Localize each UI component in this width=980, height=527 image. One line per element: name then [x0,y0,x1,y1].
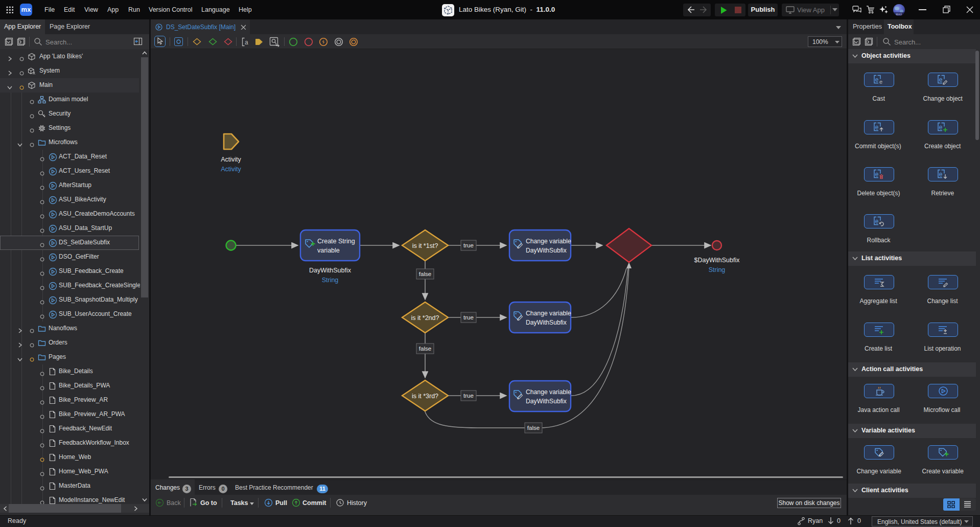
svg-text:a: a [245,39,248,46]
svg-text:Activity: Activity [221,166,241,173]
svg-text:is it *3rd?: is it *3rd? [412,393,438,400]
svg-text:e: e [875,76,879,83]
svg-text:e: e [879,79,882,85]
svg-text:String: String [322,277,339,284]
svg-text:true: true [463,314,474,320]
svg-text:Change variable: Change variable [526,388,571,396]
svg-text:e: e [875,171,879,178]
svg-text:false: false [419,346,431,352]
svg-text:Create String: Create String [317,238,355,245]
svg-text:DayWithSubfix: DayWithSubfix [526,319,567,326]
svg-text:e: e [875,124,879,131]
svg-text:String: String [709,266,726,273]
svg-text:Change variable: Change variable [526,310,571,317]
svg-text:DayWithSubfix: DayWithSubfix [526,398,567,405]
svg-text:Change variable: Change variable [526,238,571,245]
svg-text:e: e [875,218,879,225]
svg-text:$DayWithSubfix: $DayWithSubfix [694,257,740,264]
svg-text:DayWithSubfix: DayWithSubfix [526,247,567,254]
svg-text:Activity: Activity [221,156,241,163]
svg-text:e: e [939,124,943,131]
svg-text:false: false [527,425,540,431]
svg-text:true: true [463,242,474,248]
svg-text:e: e [939,171,943,178]
svg-text:is it *1st?: is it *1st? [412,242,438,249]
svg-text:variable: variable [317,247,340,254]
svg-text:e: e [939,76,943,83]
svg-text:true: true [463,393,474,399]
svg-text:false: false [419,271,431,277]
svg-text:DayWithSubfix: DayWithSubfix [309,267,352,274]
svg-text:is it *2nd?: is it *2nd? [411,314,439,322]
